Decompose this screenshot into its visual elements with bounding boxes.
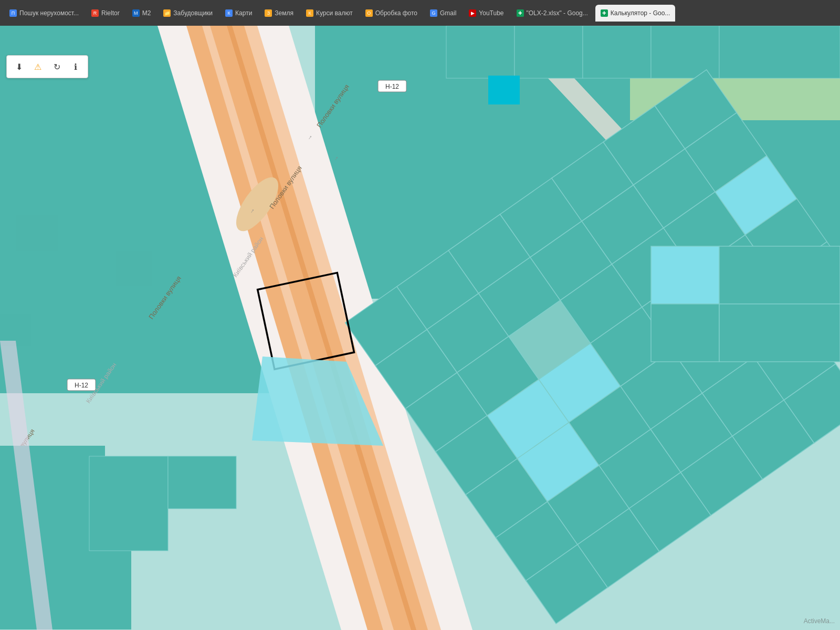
svg-rect-20	[719, 26, 840, 78]
tab-label-olx: "OLX-2.xlsx" - Goog...	[527, 9, 588, 17]
svg-rect-16	[446, 26, 514, 78]
tab-label-currency: Курси валют	[316, 9, 353, 17]
watermark-text: ActiveMa...	[804, 617, 835, 625]
info-icon: ℹ	[74, 62, 77, 72]
info-button[interactable]: ℹ	[68, 59, 83, 75]
tab-favicon-m2: M	[132, 9, 140, 17]
warning-button[interactable]: ⚠	[30, 59, 46, 75]
highway-badge-2: Н-12	[75, 382, 88, 389]
tab-favicon-youtube: ▶	[469, 9, 476, 17]
tab-calc[interactable]: ✚ Калькулятор - Goo...	[595, 5, 676, 22]
tab-label-maps: Карти	[235, 9, 252, 17]
map-toolbar: ⬇ ⚠ ↻ ℹ	[6, 55, 88, 78]
svg-rect-72	[719, 304, 840, 362]
browser-tab-bar: П Пошук нерухомост... R Rieltor M M2 📁 З…	[0, 0, 840, 26]
svg-rect-19	[651, 26, 719, 78]
tab-label-rieltor: Rieltor	[101, 9, 120, 17]
svg-rect-79	[168, 456, 236, 509]
tab-olx[interactable]: ✚ "OLX-2.xlsx" - Goog...	[511, 5, 593, 22]
tab-favicon-builders: 📁	[163, 9, 171, 17]
map-watermark: ActiveMa...	[804, 617, 835, 625]
tab-label-land: Земля	[275, 9, 293, 17]
map-container[interactable]: → → → Половки вулиця Половки вулиця Поло…	[0, 26, 840, 630]
svg-rect-73	[16, 215, 58, 251]
tab-builders[interactable]: 📁 Забудовщики	[158, 5, 218, 22]
tab-favicon-gmail: G	[430, 9, 437, 17]
tab-photo[interactable]: О Обробка фото	[360, 5, 423, 22]
tab-label-builders: Забудовщики	[173, 9, 213, 17]
tab-favicon-photo: О	[365, 9, 373, 17]
svg-rect-71	[651, 304, 719, 362]
svg-rect-69	[651, 246, 719, 304]
tab-favicon-maps: К	[225, 9, 233, 17]
tab-favicon-calc: ✚	[601, 9, 608, 17]
tab-label-calc: Калькулятор - Goo...	[611, 9, 670, 17]
svg-rect-18	[583, 26, 651, 78]
tab-currency[interactable]: К Курси валют	[301, 5, 358, 22]
tab-maps[interactable]: К Карти	[220, 5, 257, 22]
svg-rect-78	[89, 456, 168, 551]
svg-rect-70	[719, 246, 840, 304]
tab-land[interactable]: З Земля	[259, 5, 299, 22]
map-svg: → → → Половки вулиця Половки вулиця Поло…	[0, 26, 840, 630]
tab-favicon-search: П	[9, 9, 17, 17]
tab-m2[interactable]: M M2	[127, 5, 156, 22]
tab-label-m2: M2	[142, 9, 151, 17]
tab-favicon-olx: ✚	[517, 9, 524, 17]
tab-rieltor[interactable]: R Rieltor	[86, 5, 125, 22]
tab-label-photo: Обробка фото	[375, 9, 417, 17]
tab-favicon-currency: К	[306, 9, 313, 17]
warning-icon: ⚠	[34, 62, 41, 72]
tab-label-youtube: YouTube	[479, 9, 503, 17]
tab-favicon-rieltor: R	[91, 9, 99, 17]
refresh-button[interactable]: ↻	[49, 59, 65, 75]
svg-rect-17	[514, 26, 583, 78]
svg-rect-21	[488, 76, 520, 104]
tab-label-search: Пошук нерухомост...	[19, 9, 79, 17]
refresh-icon: ↻	[54, 62, 60, 72]
svg-rect-74	[116, 251, 152, 286]
highway-badge-1: Н-12	[385, 83, 399, 90]
download-icon: ⬇	[16, 62, 23, 72]
tab-label-gmail: Gmail	[440, 9, 456, 17]
tab-favicon-land: З	[265, 9, 272, 17]
tab-youtube[interactable]: ▶ YouTube	[464, 5, 509, 22]
tab-search[interactable]: П Пошук нерухомост...	[4, 5, 84, 22]
download-button[interactable]: ⬇	[11, 59, 27, 75]
tab-gmail[interactable]: G Gmail	[425, 5, 461, 22]
